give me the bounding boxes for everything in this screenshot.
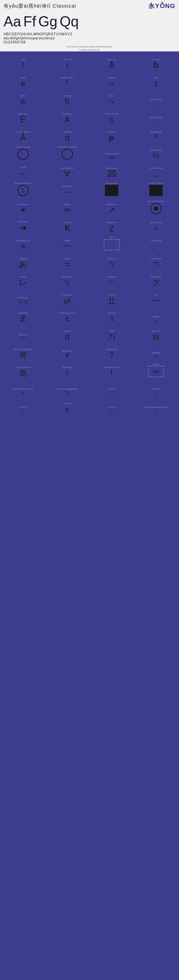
cell-char: 㐀 [108,297,116,305]
cell-label: IDC [110,237,113,239]
alphabet-upper: ABCDEFGHIJKLMNOPQRSTUVWXYZ [3,32,176,36]
font-title: 有yǒu爱ài黑hēi体tǐ Classical [3,3,76,10]
grid-cell-hiragana: Hiragana あ [1,251,45,269]
inner-dot [154,206,158,211]
cell-char: あ [19,261,27,269]
grid-cell-bopomofo-ext: Bopomofo Ext ㄅ [45,270,89,288]
sample-chars-section: Aa Ff Gg Qq [0,12,179,31]
grid-cell-block-elements: Block Elements [90,179,134,197]
cell-char: ？ [108,351,116,359]
cell-char: ㄅ [63,278,71,286]
cell-char: 🈀 [65,391,70,395]
cell-char: • [22,391,24,395]
cell-char: ¬ [109,97,114,105]
grid-cell-modifier-tone: Modifier Tone Letters c [45,306,89,324]
grid-cell-cjk-symbols: CJK Symbols 、 [134,233,178,251]
scissors-icon: ✂ [64,206,71,214]
cell-char: ⎵ [153,170,158,178]
cell-char: 가 [108,333,116,341]
cell-label: CJK Ext D [19,406,27,409]
cell-char: ˷ [155,101,157,105]
grid-cell-small-forms: Small Forms ！ [45,360,89,378]
arrow-left-icon: ← [19,169,27,178]
grid-cell-cjk-ext-c: CJK Ext C 𪜶 [90,378,134,396]
cell-char: 、 [152,242,160,250]
solid-square-icon [105,185,118,196]
circle-dot-icon [150,203,161,214]
cell-char: A [65,116,70,124]
grid-cell-latin1sup: Latin 1 Sup i [45,52,89,70]
cell-char: ! [22,61,24,69]
cell-char: Ā [109,61,114,69]
grid-cell-arrows: Arrows ← [1,161,45,179]
grid-cell-katakana: Katakana = [45,251,89,269]
grid-cell-idc: IDC [90,233,134,251]
cell-char: ⼀ [63,242,71,250]
grid-cell-half-marks: Half Marks ◌͐ [134,342,178,360]
cell-char: h [65,97,70,105]
grid-cell-latin-ext-d: Latin Ext D ꜣ [90,306,134,324]
grid-cell-cjk: CJK 一 [134,288,178,305]
grid-cell-cjk-ext-a: CJK Ext A 㐀 [90,288,134,305]
cell-char: ⸗ [155,224,157,232]
grid-cell-punctuation: Punctuation ᵽ [90,125,134,143]
grid-cell-latin-ext-b: Latin Ext B ƀ [134,52,178,70]
grid-cell-cjk-compat-sup: CJK Compat Ideographs Sup 𰀀 [134,396,178,414]
grid-cell-compat-jamo: Compat Jamo ㄱ [134,251,178,269]
cell-label: Half Marks [152,352,160,354]
cell-char: Ắ [20,134,26,142]
grid-cell-misc-math-b: Misc Math Symbols B [134,197,178,215]
grid-cell-enclosed-alpha-sup: Enclosed Alphanums Sup • [1,378,45,396]
cell-char: α [65,333,70,341]
grid-cell-kayah-li: Kayah Li ꤀ [134,306,178,324]
cell-char: Ѐ [20,116,26,124]
cell-char: ㄅ [108,261,116,269]
grid-cell-misc-symbols: Misc Symbols ☀ [1,197,45,215]
cell-char: ∀ [64,170,70,178]
cell-char: 岛 [19,369,27,377]
grid-cell-ascii: ASCII ! [1,52,45,70]
cell-label: Enclosed Alphanums Sup [13,388,33,390]
grid-cell-kanbun: Kanbun レ [1,270,45,288]
circle-outline-icon2 [62,149,73,160]
cell-char: レ [19,278,27,286]
cell-char: ！ [108,369,116,377]
cell-label: CJK Ext C [108,388,116,390]
cell-char: ⁰ [154,134,158,142]
cell-char: ‟ [155,119,157,124]
grid-cell-bopomofo: Bopomofo ㄅ [90,251,134,269]
cell-label: Specials [153,363,159,366]
grid-cell-cjk-compat-forms: CJK Compat Forms 岛 [1,360,45,378]
grid-cell-super-sub: Super And Sub ⁰ [134,125,178,143]
grid-cell-cjk-ext-c2: CJK Ext C 𫜶 [134,378,178,396]
cell-char: Ƶ [20,315,26,323]
grid-cell-half-full-forms: Half And Full Forms ！ [90,360,134,378]
cell-char: 𰀀 [155,409,157,413]
arrow-filled-icon: ➔ [19,223,27,232]
grid-cell-modifier: Modifier Letters ʰ [45,70,89,88]
cell-char: ㄱ [152,261,160,269]
cell-char: τ [154,80,158,88]
cell-char: 𫝀 [22,409,24,413]
cell-label: Letterlike Symbols [104,153,119,155]
cell-label: Jamo Ext A [18,334,27,336]
cell-label: Diacriticals Ext [150,99,162,100]
sample-ff: Ff [23,14,36,29]
cell-char: ！ [63,369,71,377]
grid-cell-math-ops: Math Operators ∀ [45,161,89,179]
cell-label: Arrows [20,166,26,169]
cell-char: ά [65,134,70,142]
cell-label: Block Elements [105,182,118,185]
grid-cell-geometric: Geometric Shapes [134,179,178,197]
grid-cell-cyrillic-sup: Cyrillic Sup h [45,89,89,107]
grid-cell-katakana-ext: Katakana Ext ク [134,270,178,288]
cell-label: Alphabetic PF [62,350,73,352]
grid-cell-latin-ext-c: Latin Ext C Ꝁ [45,215,89,233]
grid-cell-kangxi: Kangxi ⼀ [45,233,89,251]
cell-char: ꤀ [155,318,157,323]
grid-cell-armo: Armo ¬ [90,89,134,107]
title-bar: 有yǒu爱ài黑hēi体tǐ Classical 永YǑNG [0,0,179,12]
cell-char: = [65,261,70,269]
cell-char: ↗ [108,206,115,214]
grid-cell-greek: Greek τ [134,70,178,88]
